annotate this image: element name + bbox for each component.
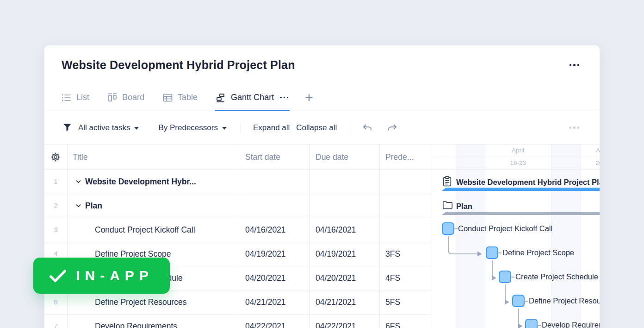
task-bar[interactable] (525, 319, 538, 328)
gantt-main-area: Title Start date Due date Prede... April… (44, 145, 600, 328)
view-tabs: List Board (44, 84, 600, 111)
page-title: Website Development Hybrid Project Plan (62, 58, 295, 72)
task-bar[interactable] (486, 246, 498, 259)
folder-icon (442, 201, 453, 210)
table-icon (163, 94, 173, 102)
project-summary-bar[interactable] (442, 188, 600, 191)
gantt-project-label[interactable]: Website Development Hybrid Project Plan (456, 176, 600, 188)
gantt-task-label[interactable]: Define Project Scope (502, 246, 574, 259)
tab-table[interactable]: Table (163, 84, 198, 111)
expand-all-button[interactable]: Expand all (253, 123, 290, 132)
board-icon (108, 93, 117, 102)
tab-label: Board (122, 93, 144, 102)
grouping-dropdown[interactable]: By Predecessors (158, 123, 227, 132)
gantt-task-label[interactable]: Define Project Resources (529, 295, 600, 307)
page: Website Development Hybrid Project Plan … (0, 0, 644, 328)
filter-dropdown-label: All active tasks (78, 123, 130, 132)
caret-down-icon (222, 127, 227, 130)
badge-label: IN-APP (74, 268, 154, 284)
tab-gantt-chart[interactable]: Gantt Chart (216, 84, 288, 111)
tab-more-icon[interactable] (280, 97, 288, 98)
tab-label: List (76, 93, 89, 102)
list-icon (62, 94, 71, 102)
redo-icon (386, 124, 397, 132)
collapse-all-button[interactable]: Collapse all (296, 123, 337, 132)
add-view-button[interactable]: + (305, 91, 313, 105)
tab-label: Table (178, 93, 198, 102)
gantt-folder-label[interactable]: Plan (456, 200, 472, 212)
toolbar-divider (241, 122, 241, 134)
gantt-task-label[interactable]: Create Project Schedule (515, 271, 598, 283)
tab-board[interactable]: Board (108, 84, 144, 111)
gantt-task-label[interactable]: Develop Requirements (542, 319, 600, 328)
toolbar-divider (349, 122, 349, 134)
filter-icon[interactable] (63, 123, 72, 132)
check-icon (50, 269, 66, 283)
tab-list[interactable]: List (62, 84, 89, 111)
filter-dropdown[interactable]: All active tasks (78, 123, 139, 132)
project-more-menu-button[interactable] (570, 64, 580, 66)
ellipsis-icon (570, 126, 572, 129)
gantt-toolbar: All active tasks By Predecessors Expand … (44, 111, 600, 145)
ellipsis-icon (570, 64, 572, 66)
grouping-dropdown-label: By Predecessors (158, 123, 218, 132)
tab-label: Gantt Chart (231, 93, 274, 102)
task-bar[interactable] (499, 271, 511, 283)
project-header: Website Development Hybrid Project Plan (44, 45, 600, 84)
undo-button[interactable] (362, 124, 373, 132)
redo-button[interactable] (386, 124, 397, 132)
project-icon (442, 176, 452, 187)
gantt-chart-icon (216, 93, 226, 102)
gantt-task-label[interactable]: Conduct Project Kickoff Call (458, 222, 552, 235)
in-app-badge: IN-APP (33, 258, 170, 294)
toolbar-more-button[interactable] (570, 126, 580, 129)
task-bar[interactable] (512, 295, 525, 307)
folder-summary-bar[interactable] (442, 212, 600, 215)
caret-down-icon (134, 127, 139, 130)
task-bar[interactable] (442, 222, 454, 235)
undo-icon (362, 124, 373, 132)
